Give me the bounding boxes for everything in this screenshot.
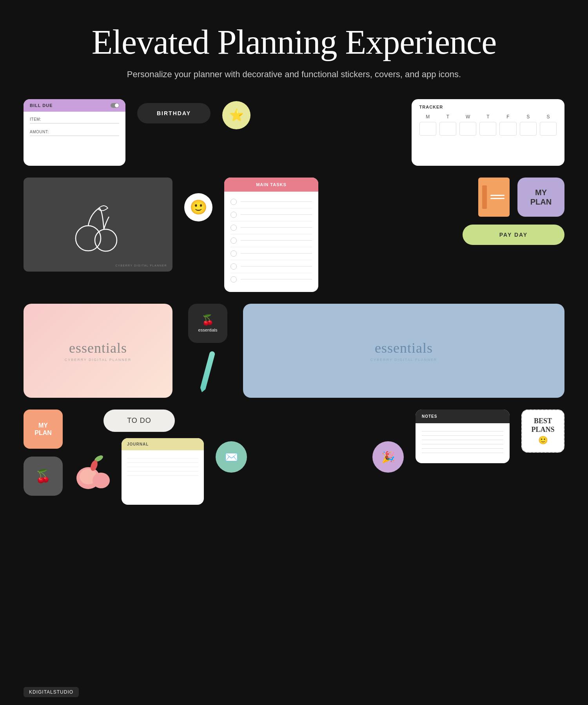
- row2-right: MY PLAN PAY DAY: [453, 178, 564, 245]
- tracker-days: M T W T F: [419, 114, 557, 136]
- page-wrapper: Elevated Planning Experience Personalize…: [0, 0, 588, 705]
- notes-card: NOTES: [416, 410, 510, 463]
- app-icon-label: essentials: [198, 328, 218, 332]
- cherry-gray-icon: 🍒: [35, 469, 51, 484]
- task-row: [230, 234, 312, 247]
- row1: BILL DUE ITEM: AMOUNT: BIRTHDAY: [24, 99, 564, 166]
- bill-due-header: BILL DUE: [24, 99, 125, 112]
- tracker-day-T1: T: [439, 114, 456, 136]
- celebration-badge: 🎉: [372, 441, 404, 473]
- best-plans-smiley-icon: 🙂: [538, 435, 548, 445]
- header: Elevated Planning Experience Personalize…: [24, 24, 564, 80]
- star-icon: ⭐: [229, 108, 244, 122]
- smiley-badge: 🙂: [184, 193, 212, 221]
- my-plan-small: MY PLAN: [24, 410, 63, 449]
- journal-card: JOURNAL: [122, 438, 204, 505]
- cherry-app-gray[interactable]: 🍒: [24, 457, 63, 496]
- my-plan-label: MY PLAN: [530, 188, 552, 207]
- task-row: [230, 221, 312, 234]
- task-row: [230, 196, 312, 208]
- notebook-lines: [490, 193, 505, 201]
- svg-point-1: [95, 229, 117, 251]
- main-tasks-header: MAIN TASKS: [224, 178, 318, 192]
- journal-header: JOURNAL: [122, 438, 204, 450]
- tracker-card: TRACKER M T W T: [412, 99, 564, 166]
- cherry-illustration: [67, 193, 129, 256]
- notes-body: [416, 423, 510, 463]
- celebration-icon: 🎉: [381, 451, 395, 464]
- cherry-icon: 🍒: [201, 314, 214, 326]
- tracker-day-S2: S: [540, 114, 557, 136]
- smiley-icon: 🙂: [190, 199, 207, 216]
- tracker-day-F: F: [499, 114, 516, 136]
- notebook: [478, 178, 510, 217]
- app-icon[interactable]: 🍒 essentials: [188, 304, 227, 343]
- row4-inner: JOURNAL: [74, 438, 204, 505]
- row3: essentials CYBERRY DIGITAL PLANNER 🍒 ess…: [24, 304, 564, 398]
- grid-area: BILL DUE ITEM: AMOUNT: BIRTHDAY: [24, 99, 564, 505]
- row3-middle: 🍒 essentials: [184, 304, 231, 398]
- task-row: [230, 260, 312, 273]
- task-row: [230, 247, 312, 260]
- birthday-button[interactable]: BIRTHDAY: [137, 103, 211, 123]
- best-plans-text: BESTPLANS: [531, 417, 554, 434]
- essentials-blue-sub: CYBERRY DIGITAL PLANNER: [370, 358, 437, 362]
- bill-due-body: ITEM: AMOUNT:: [24, 112, 125, 148]
- bill-due-card: BILL DUE ITEM: AMOUNT:: [24, 99, 125, 166]
- footer-badge: KDIGITALSTUDIO: [24, 687, 79, 697]
- footer-label: KDIGITALSTUDIO: [29, 689, 73, 695]
- envelope-badge: ✉️: [216, 441, 247, 473]
- journal-body: [122, 450, 204, 484]
- cherry-cover: CYBERRY DIGITAL PLANNER: [24, 178, 172, 272]
- row4-left: MY PLAN 🍒: [24, 410, 63, 496]
- essentials-pink-sub: CYBERRY DIGITAL PLANNER: [65, 358, 132, 362]
- best-plans-badge: BESTPLANS 🙂: [521, 410, 564, 453]
- tracker-day-S1: S: [520, 114, 537, 136]
- essentials-pink-title: essentials: [69, 340, 127, 356]
- footer: KDIGITALSTUDIO: [24, 687, 79, 697]
- essentials-blue-title: essentials: [375, 340, 433, 356]
- task-row: [230, 273, 312, 286]
- todo-button[interactable]: TO DO: [103, 410, 175, 432]
- envelope-icon: ✉️: [225, 451, 238, 464]
- task-row: [230, 208, 312, 221]
- my-plan-small-label: MY PLAN: [34, 422, 52, 437]
- cherry-watermark: CYBERRY DIGITAL PLANNER: [116, 264, 167, 267]
- notes-header: NOTES: [416, 410, 510, 423]
- pay-day-button[interactable]: PAY DAY: [463, 225, 564, 245]
- tracker-day-M: M: [419, 114, 436, 136]
- row4: MY PLAN 🍒 TO DO: [24, 410, 564, 505]
- main-title: Elevated Planning Experience: [24, 24, 564, 62]
- tracker-day-T2: T: [479, 114, 496, 136]
- row2: CYBERRY DIGITAL PLANNER 🙂 MAIN TASKS: [24, 178, 564, 292]
- tracker-day-W: W: [459, 114, 476, 136]
- tracker-title: TRACKER: [419, 105, 557, 109]
- bill-due-toggle[interactable]: [111, 103, 119, 108]
- essentials-pink-cover: essentials CYBERRY DIGITAL PLANNER: [24, 304, 172, 398]
- subtitle: Personalize your planner with decorative…: [24, 69, 564, 80]
- star-badge: ⭐: [222, 101, 250, 129]
- row2-right-top: MY PLAN: [478, 178, 564, 217]
- bill-due-title: BILL DUE: [30, 103, 53, 108]
- essentials-blue-cover: essentials CYBERRY DIGITAL PLANNER: [243, 304, 564, 398]
- peach-sticker: [74, 456, 114, 487]
- pencil-sticker: [200, 351, 215, 390]
- my-plan-badge: MY PLAN: [517, 178, 564, 217]
- main-tasks-body: [224, 192, 318, 292]
- bill-due-amount: AMOUNT:: [30, 130, 119, 136]
- row4-middle: TO DO: [74, 410, 204, 505]
- svg-point-5: [93, 473, 110, 488]
- bill-due-item: ITEM:: [30, 117, 119, 123]
- main-tasks-card: MAIN TASKS: [224, 178, 318, 292]
